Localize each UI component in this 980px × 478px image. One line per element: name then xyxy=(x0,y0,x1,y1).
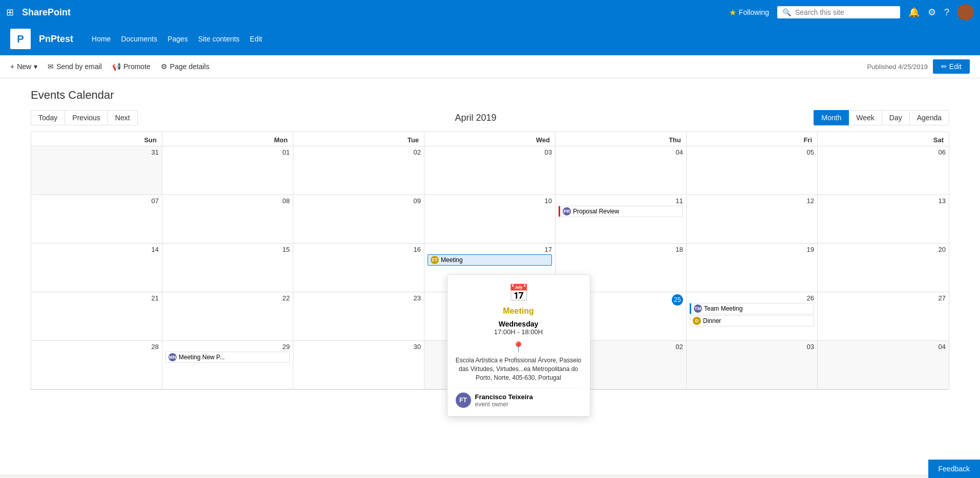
nav-edit[interactable]: Edit xyxy=(250,35,262,43)
cal-date: 17 xyxy=(428,246,552,253)
promote-label: Promote xyxy=(123,62,151,71)
send-email-label: Send by email xyxy=(56,62,102,71)
header-thu: Thu xyxy=(556,132,687,146)
cal-cell-apr-20[interactable]: 20 xyxy=(818,244,949,292)
cal-cell-apr-07[interactable]: 07 xyxy=(31,195,162,244)
cal-cell-31-mar[interactable]: 31 xyxy=(31,146,162,195)
view-buttons: Month Week Day Agenda xyxy=(814,110,949,125)
cal-date: 18 xyxy=(559,246,683,253)
event-label: Dinner xyxy=(703,317,721,324)
event-meeting-new[interactable]: MN Meeting New P... xyxy=(165,352,290,363)
new-icon: + xyxy=(10,62,14,71)
event-team-meeting[interactable]: TM Team Meeting xyxy=(690,303,814,314)
header-sun: Sun xyxy=(31,132,162,146)
cal-cell-may-03[interactable]: 03 xyxy=(687,341,818,389)
toolbar: + New ▾ ✉ Send by email 📢 Promote ⚙ Page… xyxy=(0,55,980,78)
search-input[interactable] xyxy=(795,8,895,16)
popup-owner: FT Francisco Teixeira event owner xyxy=(456,388,582,408)
calendar-week-2: 07 08 09 10 11 PR Proposal Review 12 xyxy=(31,195,949,244)
cal-date: 16 xyxy=(296,246,421,253)
star-icon: ★ xyxy=(729,8,736,17)
nav-pages[interactable]: Pages xyxy=(167,35,188,43)
cal-cell-apr-03[interactable]: 03 xyxy=(424,146,556,195)
previous-button[interactable]: Previous xyxy=(65,110,108,125)
waffle-icon[interactable]: ⊞ xyxy=(6,7,14,18)
cal-cell-apr-14[interactable]: 14 xyxy=(31,244,162,292)
view-week-button[interactable]: Week xyxy=(849,110,882,125)
cal-cell-apr-08[interactable]: 08 xyxy=(162,195,293,244)
today-button[interactable]: Today xyxy=(31,110,65,125)
following-button[interactable]: ★ Following xyxy=(729,8,769,17)
top-nav-right: ★ Following 🔍 🔔 ⚙ ? xyxy=(729,4,974,20)
cal-cell-apr-01[interactable]: 01 xyxy=(162,146,293,195)
cal-cell-apr-16[interactable]: 16 xyxy=(293,244,424,292)
cal-date-today: 25 xyxy=(672,294,683,306)
cal-date: 23 xyxy=(296,294,421,302)
calendar-week-3: 14 15 16 17 FT Meeting 📅 Meeting Wednesd… xyxy=(31,244,949,292)
search-box[interactable]: 🔍 xyxy=(777,6,900,18)
cal-date: 29 xyxy=(165,343,290,351)
view-agenda-button[interactable]: Agenda xyxy=(910,110,949,125)
cal-cell-apr-23[interactable]: 23 xyxy=(293,292,424,341)
cal-cell-apr-11[interactable]: 11 PR Proposal Review xyxy=(556,195,687,244)
cal-cell-apr-10[interactable]: 10 xyxy=(424,195,556,244)
cal-cell-apr-27[interactable]: 27 xyxy=(818,292,949,341)
cal-cell-apr-15[interactable]: 15 xyxy=(162,244,293,292)
cal-cell-apr-19[interactable]: 19 xyxy=(687,244,818,292)
page-details-button[interactable]: ⚙ Page details xyxy=(161,62,209,71)
feedback-button[interactable]: Feedback xyxy=(928,460,980,474)
send-by-email-button[interactable]: ✉ Send by email xyxy=(48,62,102,71)
header-tue: Tue xyxy=(293,132,424,146)
popup-calendar-icon: 📅 xyxy=(456,283,582,302)
cal-date: 01 xyxy=(165,148,290,156)
cal-date: 06 xyxy=(821,148,946,156)
promote-icon: 📢 xyxy=(112,62,121,71)
cal-cell-apr-13[interactable]: 13 xyxy=(818,195,949,244)
cal-cell-apr-30[interactable]: 30 xyxy=(293,341,424,389)
cal-cell-apr-02[interactable]: 02 xyxy=(293,146,424,195)
cal-cell-apr-26[interactable]: 26 TM Team Meeting D Dinner xyxy=(687,292,818,341)
view-month-button[interactable]: Month xyxy=(814,110,849,125)
calendar-controls: Today Previous Next April 2019 Month Wee… xyxy=(31,110,949,125)
cal-date: 05 xyxy=(690,148,814,156)
popup-owner-avatar: FT xyxy=(456,393,471,408)
edit-button[interactable]: ✏ Edit xyxy=(933,59,970,74)
help-icon[interactable]: ? xyxy=(944,7,949,18)
cal-date: 04 xyxy=(559,148,683,156)
new-button[interactable]: + New ▾ xyxy=(10,62,37,71)
event-meeting[interactable]: FT Meeting xyxy=(428,254,552,266)
next-button[interactable]: Next xyxy=(108,110,138,125)
settings-icon[interactable]: ⚙ xyxy=(928,7,936,18)
nav-home[interactable]: Home xyxy=(92,35,111,43)
event-proposal-review[interactable]: PR Proposal Review xyxy=(559,206,683,217)
nav-site-contents[interactable]: Site contents xyxy=(198,35,240,43)
new-chevron: ▾ xyxy=(34,62,37,71)
email-icon: ✉ xyxy=(48,62,54,71)
view-day-button[interactable]: Day xyxy=(882,110,910,125)
cal-cell-apr-05[interactable]: 05 xyxy=(687,146,818,195)
cal-cell-apr-04[interactable]: 04 xyxy=(556,146,687,195)
cal-date: 08 xyxy=(165,197,290,205)
cal-cell-apr-22[interactable]: 22 xyxy=(162,292,293,341)
page-details-icon: ⚙ xyxy=(161,62,167,71)
toolbar-right: Published 4/25/2019 ✏ Edit xyxy=(867,59,970,74)
calendar-week-1: 31 01 02 03 04 05 06 xyxy=(31,146,949,195)
site-logo: P xyxy=(10,29,31,49)
search-icon: 🔍 xyxy=(782,8,791,16)
cal-cell-apr-09[interactable]: 09 xyxy=(293,195,424,244)
nav-documents[interactable]: Documents xyxy=(121,35,157,43)
calendar-header: Sun Mon Tue Wed Thu Fri Sat xyxy=(31,132,949,146)
cal-cell-apr-12[interactable]: 12 xyxy=(687,195,818,244)
cal-cell-apr-21[interactable]: 21 xyxy=(31,292,162,341)
event-dinner[interactable]: D Dinner xyxy=(690,315,814,327)
cal-cell-apr-28[interactable]: 28 xyxy=(31,341,162,389)
cal-date: 11 xyxy=(559,197,683,205)
cal-cell-may-04[interactable]: 04 xyxy=(818,341,949,389)
cal-cell-apr-29[interactable]: 29 MN Meeting New P... xyxy=(162,341,293,389)
site-name: PnPtest xyxy=(39,34,73,45)
cal-cell-apr-06[interactable]: 06 xyxy=(818,146,949,195)
bell-icon[interactable]: 🔔 xyxy=(908,7,920,18)
avatar[interactable] xyxy=(957,4,974,20)
promote-button[interactable]: 📢 Promote xyxy=(112,62,151,71)
cal-cell-apr-17[interactable]: 17 FT Meeting 📅 Meeting Wednesday 17:00H… xyxy=(424,244,556,292)
